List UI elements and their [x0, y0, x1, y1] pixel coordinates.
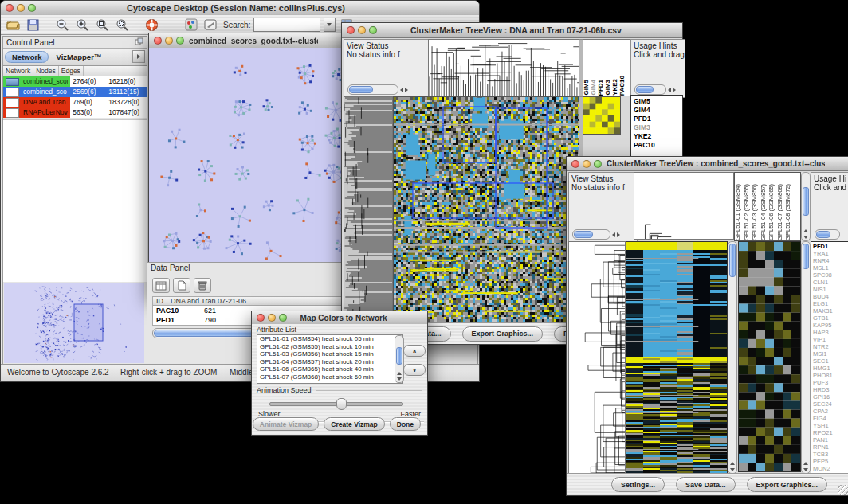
tv1-gene-label[interactable]: YKE2	[634, 132, 682, 141]
zoom-button[interactable]	[369, 26, 377, 34]
help-icon[interactable]	[144, 18, 159, 33]
tv1-action-button[interactable]: Export Graphics...	[462, 326, 544, 342]
zoom-button[interactable]	[594, 160, 602, 168]
tv2-gene-label[interactable]: HMG1	[813, 365, 848, 372]
tv2-zoom-heatmap[interactable]	[738, 241, 801, 472]
tv2-gene-label[interactable]: YRA1	[813, 250, 848, 257]
zoom-in-icon[interactable]	[75, 18, 90, 33]
float-panel-icon[interactable]	[135, 37, 143, 47]
tv2-column-label[interactable]: GPL51-01 (GSM854)	[735, 184, 744, 240]
attribute-column-header[interactable]: ID	[153, 297, 167, 305]
control-panel-tab[interactable]: VizMapper™	[49, 52, 108, 62]
search-dropdown-button[interactable]	[324, 18, 336, 32]
tv1-row-dendrogram[interactable]	[344, 96, 393, 323]
tv2-gene-label[interactable]: PHO81	[813, 372, 848, 379]
tv2-gene-label[interactable]: MSI1	[813, 350, 848, 357]
network-tree-row[interactable]: combined_sco 2569(6) 13112(15)	[3, 87, 147, 97]
minimize-button[interactable]	[165, 37, 173, 45]
delete-attribute-icon[interactable]	[194, 278, 211, 293]
close-button[interactable]	[347, 26, 355, 34]
tv2-labels-scrollbar[interactable]	[801, 172, 811, 241]
attribute-list-item[interactable]: GPL51-06 (GSM865) heat shock 40 min	[260, 365, 402, 373]
close-button[interactable]	[6, 4, 14, 12]
tv2-gene-label[interactable]: ELG1	[813, 300, 848, 307]
tv2-gene-label[interactable]: TCB3	[813, 451, 848, 458]
open-folder-icon[interactable]	[6, 18, 21, 33]
scroll-right-icon[interactable]	[405, 88, 408, 92]
tv2-gene-label[interactable]: HAP3	[813, 329, 848, 336]
tv1-gene-label[interactable]: PAC10	[634, 141, 682, 150]
tv1-gene-label[interactable]: GIM4	[634, 106, 682, 115]
tv2-gene-label[interactable]: KAP95	[813, 322, 848, 329]
annotation-icon[interactable]	[203, 18, 218, 33]
tv2-gene-label[interactable]: RPO21	[813, 429, 848, 436]
network-tree-row[interactable]: combined_scores 2764(0) 16218(0)	[3, 76, 147, 87]
scroll-left-icon[interactable]	[612, 232, 615, 237]
tv2-gene-label[interactable]: RPN1	[813, 443, 848, 451]
tv2-column-label[interactable]: GPL51-03 (GSM856)	[752, 184, 760, 240]
dialog-action-button[interactable]: Animate Vizmap	[253, 417, 320, 431]
dialog-action-button[interactable]: Create Vizmap	[324, 417, 384, 431]
tv2-gene-label[interactable]: NTR2	[813, 343, 848, 350]
tv2-gene-label[interactable]: PEP5	[813, 458, 848, 465]
minimize-button[interactable]	[17, 4, 25, 12]
zoom-button[interactable]	[176, 37, 184, 45]
resize-grip[interactable]	[838, 485, 848, 495]
attribute-list-item[interactable]: GPL51-07 (GSM868) heat shock 60 min	[260, 373, 402, 381]
tv2-hints-scrollbar[interactable]	[815, 229, 840, 240]
network-tree-column[interactable]: Nodes	[33, 66, 59, 76]
attribute-list-item[interactable]: GPL51-04 (GSM857) heat shock 20 min	[260, 358, 402, 366]
tv2-gene-label[interactable]: RNR4	[813, 257, 848, 264]
close-button[interactable]	[571, 160, 579, 168]
tv2-column-dendrogram[interactable]	[634, 172, 734, 240]
save-icon[interactable]	[26, 18, 41, 33]
tv2-gene-label[interactable]: FIG4	[813, 415, 848, 422]
attribute-list-item[interactable]: GPL51-02 (GSM855) heat shock 10 min	[260, 343, 402, 351]
tv2-gene-label[interactable]: HRD3	[813, 386, 848, 393]
network-view-canvas[interactable]	[149, 48, 348, 293]
network-tree-row[interactable]: RNAPuberNov2+ 563(0) 107847(0)	[3, 107, 147, 118]
tv1-status-scrollbar[interactable]	[347, 84, 398, 95]
tv2-gene-label[interactable]: VIP1	[813, 336, 848, 343]
zoom-button[interactable]	[28, 4, 36, 12]
new-attribute-icon[interactable]	[173, 278, 190, 293]
scroll-left-icon[interactable]	[668, 88, 671, 92]
move-attribute-up-button[interactable]: ∧	[403, 345, 426, 357]
attribute-column-header[interactable]: DNA and Tran 07-21-06…	[167, 297, 257, 305]
scroll-right-icon[interactable]	[673, 88, 676, 92]
tv2-gene-label[interactable]: PUF3	[813, 379, 848, 386]
zoom-out-icon[interactable]	[55, 18, 70, 33]
tv2-row-dendrogram[interactable]	[568, 241, 626, 474]
tv1-gene-label[interactable]: PFD1	[634, 115, 682, 123]
tv2-status-scrollbar[interactable]	[572, 229, 610, 240]
tab-overflow-button[interactable]	[132, 50, 145, 63]
tv1-zoom-heatmap[interactable]	[583, 96, 621, 135]
network-tree-row[interactable]: DNA and Tran 07 769(0) 183728(0)	[3, 97, 147, 107]
network-view-titlebar[interactable]: combined_scores_good.txt--cluste...	[149, 33, 350, 49]
control-panel-tab[interactable]: Network	[5, 51, 49, 63]
minimize-button[interactable]	[358, 26, 366, 34]
dialog-titlebar[interactable]: Map Colors to Network	[252, 311, 427, 325]
network-overview-thumbnail[interactable]	[4, 283, 146, 365]
scroll-right-icon[interactable]	[617, 232, 620, 237]
tv2-action-button[interactable]: Save Data...	[676, 477, 736, 492]
tv2-gene-label[interactable]: CLN1	[813, 279, 848, 286]
slider-thumb[interactable]	[336, 398, 347, 410]
tv2-genelist-scrollbar[interactable]	[801, 241, 811, 474]
attribute-list-item[interactable]: GPL51-01 (GSM854) heat shock 05 min	[260, 335, 402, 343]
main-titlebar[interactable]: Cytoscape Desktop (Session Name: collins…	[1, 1, 479, 16]
scroll-left-icon[interactable]	[400, 88, 403, 92]
tv1-gene-label[interactable]: GIM5	[634, 97, 682, 106]
tv1-column-label[interactable]: PAC10	[619, 76, 626, 96]
tv2-gene-label[interactable]: PAN1	[813, 436, 848, 443]
treeview1-titlebar[interactable]: ClusterMaker TreeView : DNA and Tran 07-…	[342, 23, 682, 38]
tv2-column-label[interactable]: GPL51-06 (GSM865)	[768, 184, 777, 240]
tv2-action-button[interactable]: Export Graphics...	[747, 477, 828, 492]
tv2-gene-label[interactable]: SEC1	[813, 357, 848, 365]
network-tree-column[interactable]: Edges	[59, 66, 84, 76]
close-button[interactable]	[154, 37, 162, 45]
tv1-column-dendrogram[interactable]	[428, 39, 579, 96]
tv2-gene-label[interactable]: MSL1	[813, 264, 848, 272]
treeview2-titlebar[interactable]: ClusterMaker TreeView : combined_scores_…	[567, 157, 848, 171]
zoom-selected-icon[interactable]	[115, 18, 130, 33]
